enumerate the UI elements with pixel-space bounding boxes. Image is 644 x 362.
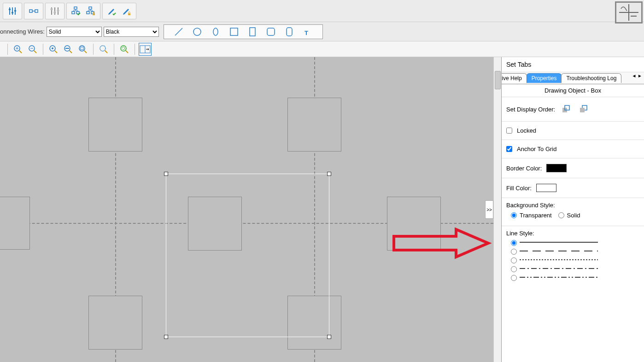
selection-box[interactable] (166, 174, 329, 337)
line-style-dash[interactable] (511, 247, 639, 256)
border-color-label: Border Color: (506, 165, 542, 172)
square-tool-icon[interactable] (228, 25, 240, 38)
svg-line-53 (84, 51, 87, 53)
wire-style-select[interactable]: Solid (47, 27, 102, 37)
vertical-scrollbar[interactable] (493, 57, 501, 362)
drawing-object-title: Drawing Object - Box (502, 84, 644, 97)
rect-tool-icon[interactable] (246, 25, 259, 38)
connecting-wires-label: onnecting Wires: (0, 28, 45, 35)
svg-rect-36 (267, 28, 275, 35)
scope-icon[interactable] (615, 1, 643, 23)
locked-label: Locked (517, 127, 536, 134)
handle-sw[interactable] (164, 335, 168, 339)
anchor-checkbox[interactable] (506, 146, 512, 152)
sliders-icon[interactable] (6, 5, 19, 18)
canvas-box[interactable] (88, 98, 142, 152)
svg-point-55 (100, 46, 105, 51)
svg-line-50 (70, 51, 72, 53)
circle-tool-icon[interactable] (191, 25, 204, 38)
border-color-swatch[interactable] (546, 164, 567, 172)
toolbar-group-sliders2 (45, 3, 64, 19)
svg-line-40 (19, 51, 22, 53)
hierarchy-check-icon[interactable] (70, 5, 82, 18)
svg-line-58 (126, 51, 128, 53)
line-style-solid[interactable] (511, 239, 639, 247)
text-tool-icon[interactable]: T (301, 25, 314, 38)
collapse-panel-button[interactable]: >> (485, 200, 493, 219)
rounded-rect-tool-icon[interactable] (283, 25, 296, 38)
svg-text:T: T (304, 29, 308, 36)
pencil-check-icon[interactable] (105, 5, 118, 18)
svg-point-32 (193, 28, 201, 35)
handle-se[interactable] (327, 335, 331, 339)
svg-rect-34 (230, 28, 238, 35)
pencil-lock-icon[interactable] (120, 5, 133, 18)
zoom-fit-all-icon[interactable] (47, 43, 60, 56)
line-style-label: Line Style: (506, 230, 639, 237)
zoom-page-icon[interactable] (76, 43, 89, 56)
wire-color-select[interactable]: Black (104, 27, 159, 37)
properties-panel: Set Tabs tive Help Properties Troublesho… (501, 57, 644, 362)
line-style-dashdotdot[interactable] (511, 274, 639, 282)
svg-line-56 (105, 51, 107, 53)
fill-color-swatch[interactable] (536, 184, 556, 192)
line-tool-icon[interactable] (172, 25, 185, 38)
zoom-width-icon[interactable] (62, 43, 75, 56)
bring-forward-icon[interactable] (560, 103, 573, 116)
zoom-refresh-icon[interactable] (118, 43, 131, 56)
shape-tools: T (164, 24, 323, 39)
ellipse-tool-icon[interactable] (209, 25, 222, 38)
hierarchy-lock-icon[interactable] (84, 5, 97, 18)
zoom-in-icon[interactable] (12, 43, 24, 56)
tab-nav-arrows[interactable]: ◄ ► (632, 73, 642, 78)
toggle-view-icon[interactable] (139, 43, 152, 56)
svg-line-47 (55, 51, 57, 53)
svg-point-14 (57, 9, 59, 12)
line-style-dashdot[interactable] (511, 265, 639, 274)
svg-point-12 (51, 8, 53, 10)
zoom-selection-icon[interactable] (97, 43, 110, 56)
svg-rect-16 (72, 12, 75, 14)
svg-rect-30 (128, 13, 130, 15)
svg-rect-4 (12, 12, 13, 13)
canvas-box[interactable] (287, 98, 341, 152)
fill-color-label: Fill Color: (506, 185, 532, 192)
canvas-box[interactable] (0, 197, 30, 250)
svg-line-31 (175, 28, 182, 35)
svg-point-33 (213, 28, 218, 35)
handle-nw[interactable] (164, 172, 168, 176)
tab-properties[interactable]: Properties (527, 73, 562, 83)
bg-solid-radio-row[interactable]: Solid (558, 210, 580, 220)
handle-ne[interactable] (327, 172, 331, 176)
panel-tabs: tive Help Properties Troubleshooting Log… (502, 72, 644, 84)
locked-checkbox-row[interactable]: Locked (506, 125, 639, 136)
display-order-label: Set Display Order: (506, 106, 555, 113)
svg-point-57 (121, 46, 126, 51)
canvas[interactable]: >> (0, 57, 493, 362)
locked-checkbox[interactable] (506, 128, 512, 134)
svg-rect-54 (81, 47, 83, 50)
svg-line-44 (34, 51, 36, 53)
zoom-out-icon[interactable] (26, 43, 39, 56)
sliders-grey-icon[interactable] (48, 5, 61, 18)
link-icon[interactable] (27, 5, 40, 18)
rounded-square-tool-icon[interactable] (264, 25, 277, 38)
bg-transparent-radio-row[interactable]: Transparent (511, 210, 552, 220)
toolbar-1 (0, 0, 644, 22)
scrollbar-thumb[interactable] (495, 71, 501, 89)
canvas-box[interactable] (88, 296, 142, 350)
send-backward-icon[interactable] (577, 103, 590, 116)
anchor-label: Anchor To Grid (517, 146, 556, 152)
anchor-checkbox-row[interactable]: Anchor To Grid (506, 144, 639, 154)
svg-point-48 (52, 47, 53, 49)
svg-rect-17 (76, 12, 79, 14)
bg-solid-radio[interactable] (558, 212, 564, 218)
line-style-dot[interactable] (511, 256, 639, 265)
svg-rect-67 (580, 108, 585, 112)
tab-help[interactable]: tive Help (502, 73, 527, 83)
bg-transparent-radio[interactable] (511, 212, 517, 218)
svg-rect-35 (250, 28, 255, 36)
svg-rect-29 (93, 13, 95, 15)
tab-troubleshoot[interactable]: Troubleshooting Log (561, 73, 621, 83)
set-tabs-header[interactable]: Set Tabs (502, 57, 644, 72)
